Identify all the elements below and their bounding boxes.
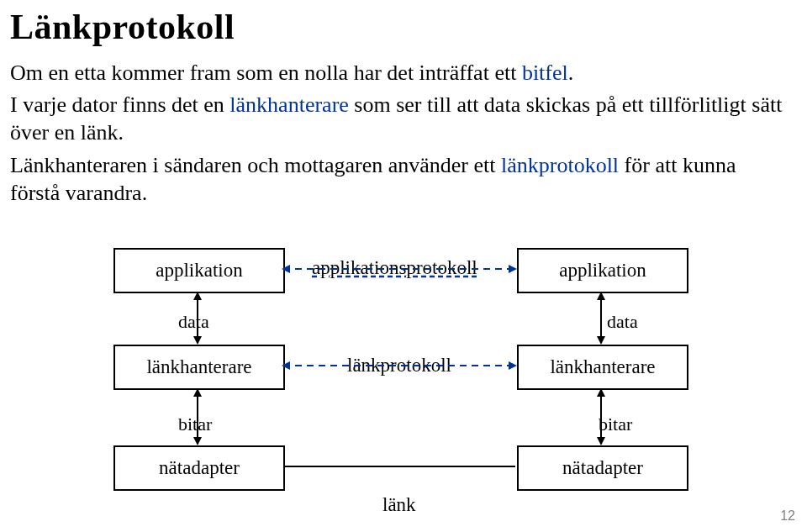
page-number: 12 (780, 508, 795, 524)
slide: Länkprotokoll Om en etta kommer fram som… (0, 0, 807, 532)
diagram-arrows (0, 0, 807, 532)
layer-diagram: applikation applikation länkhanterare lä… (0, 0, 807, 532)
